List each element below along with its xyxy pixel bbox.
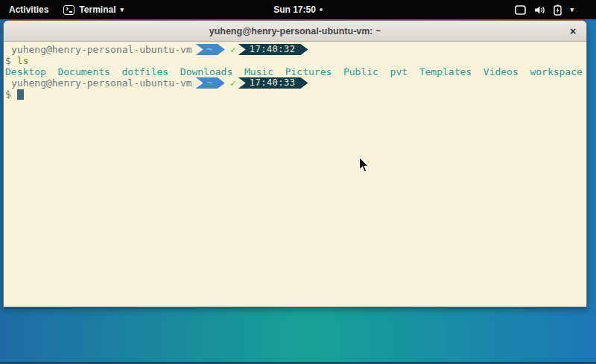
clock-label[interactable]: Sun 17:50 <box>273 4 316 15</box>
chevron-down-icon: ▾ <box>120 7 124 13</box>
system-menu-chevron-icon: ▾ <box>570 7 574 13</box>
text-cursor <box>17 89 24 100</box>
system-tray[interactable]: ▾ <box>515 0 596 19</box>
powerline-time-segment: 17:40:32 <box>238 44 308 55</box>
terminal-content[interactable]: yuheng@henry-personal-ubuntu-vm ~ ✓ 17:4… <box>4 42 586 307</box>
input-line[interactable]: $ <box>5 89 586 100</box>
status-check-icon: ✓ <box>230 44 236 55</box>
prompt-user: yuheng@henry-personal-ubuntu-vm <box>11 77 192 89</box>
terminal-window: yuheng@henry-personal-ubuntu-vm: ~ × yuh… <box>3 20 587 307</box>
powerline-time-segment: 17:40:33 <box>238 77 308 89</box>
display-icon <box>515 5 526 15</box>
window-title: yuheng@henry-personal-ubuntu-vm: ~ <box>209 26 381 36</box>
activities-button[interactable]: Activities <box>0 0 57 19</box>
prompt-line-1: yuheng@henry-personal-ubuntu-vm ~ ✓ 17:4… <box>5 44 586 55</box>
powerline-dir-segment: ~ <box>196 77 225 89</box>
command-line: $ ls <box>5 55 586 66</box>
top-bar: Activities Terminal ▾ Sun 17:50 <box>0 0 596 19</box>
prompt-dollar: $ <box>5 55 11 66</box>
powerline-dir-segment: ~ <box>196 44 225 55</box>
desktop: Activities Terminal ▾ Sun 17:50 <box>0 0 596 364</box>
prompt-user: yuheng@henry-personal-ubuntu-vm <box>11 44 192 55</box>
battery-charging-icon <box>554 4 562 16</box>
app-menu-label: Terminal <box>79 4 115 15</box>
prompt-line-2: yuheng@henry-personal-ubuntu-vm ~ ✓ 17:4… <box>5 77 586 89</box>
close-button[interactable]: × <box>566 25 580 38</box>
notification-dot-icon <box>320 8 323 11</box>
volume-icon <box>534 5 545 15</box>
ls-output-line: Desktop Documents dotfiles Downloads Mus… <box>5 66 586 77</box>
terminal-icon <box>63 5 74 15</box>
prompt-dollar: $ <box>5 89 11 100</box>
window-titlebar[interactable]: yuheng@henry-personal-ubuntu-vm: ~ × <box>4 21 586 42</box>
ls-output: Desktop Documents dotfiles Downloads Mus… <box>5 66 583 77</box>
status-check-icon: ✓ <box>230 77 236 89</box>
app-menu-button[interactable]: Terminal ▾ <box>57 0 130 19</box>
typed-command: ls <box>17 55 29 66</box>
